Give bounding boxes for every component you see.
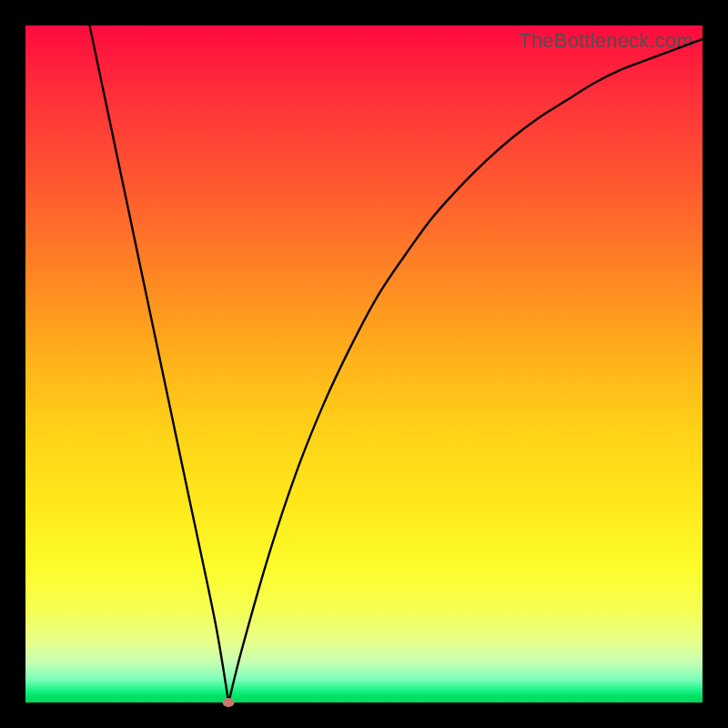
bottleneck-curve xyxy=(25,25,703,703)
minimum-marker xyxy=(223,698,235,707)
plot-area: TheBottleneck.com xyxy=(25,25,703,703)
chart-frame: TheBottleneck.com xyxy=(0,0,728,728)
